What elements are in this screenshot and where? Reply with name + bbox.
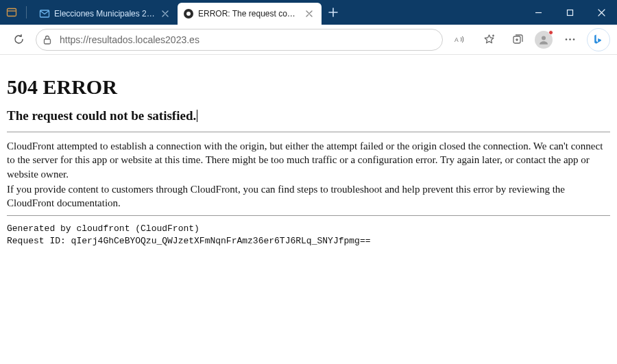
read-aloud-button[interactable]: A [448,28,472,51]
error-paragraph-1: CloudFront attempted to establish a conn… [7,139,610,181]
profile-avatar[interactable] [535,31,553,49]
window-titlebar: Elecciones Municipales 2023 | Ele ERROR:… [0,0,617,25]
divider [7,132,610,132]
tab-strip: Elecciones Municipales 2023 | Ele ERROR:… [34,0,322,25]
svg-rect-0 [8,9,16,16]
collections-button[interactable] [506,28,529,51]
svg-point-17 [572,38,574,40]
new-tab-button[interactable] [323,2,343,23]
tab-label: ERROR: The request could not be [198,9,300,19]
address-bar[interactable] [36,29,443,51]
site-info-icon[interactable] [42,34,53,45]
svg-point-16 [569,38,571,40]
svg-rect-6 [567,10,572,15]
close-icon[interactable] [160,8,171,19]
error-page-icon [183,8,194,19]
browser-toolbar: A [0,25,617,55]
error-heading: 504 ERROR [7,75,610,99]
minimize-button[interactable] [522,0,554,25]
divider [7,215,610,216]
refresh-button[interactable] [7,28,30,51]
svg-point-14 [542,36,546,40]
svg-text:A: A [455,36,459,43]
mail-icon [39,8,50,19]
svg-point-15 [565,38,567,40]
titlebar-spacer [346,0,522,25]
more-menu-button[interactable] [558,28,581,51]
tab-label: Elecciones Municipales 2023 | Ele [54,9,156,19]
error-details: Generated by cloudfront (CloudFront) Req… [7,223,610,247]
page-content: 504 ERROR The request could not be satis… [0,55,617,255]
notification-dot-icon [548,30,553,35]
titlebar-left-icons [4,0,34,25]
error-subheading: The request could not be satisfied. [7,108,610,123]
titlebar-separator [26,6,27,19]
svg-point-4 [186,12,191,16]
calendar-icon[interactable] [5,6,18,19]
maximize-button[interactable] [554,0,585,25]
error-paragraph-2: If you provide content to customers thro… [7,182,610,210]
tab-inactive[interactable]: Elecciones Municipales 2023 | Ele [34,3,178,25]
favorites-button[interactable] [477,28,500,51]
bing-chat-button[interactable] [587,28,610,51]
window-controls [522,0,617,25]
close-icon[interactable] [304,8,315,19]
url-input[interactable] [58,34,435,46]
tab-active[interactable]: ERROR: The request could not be [178,3,322,25]
close-window-button[interactable] [585,0,617,25]
svg-rect-7 [45,39,51,44]
error-subheading-text: The request could not be satisfied. [7,108,196,123]
text-cursor-icon [197,110,197,122]
